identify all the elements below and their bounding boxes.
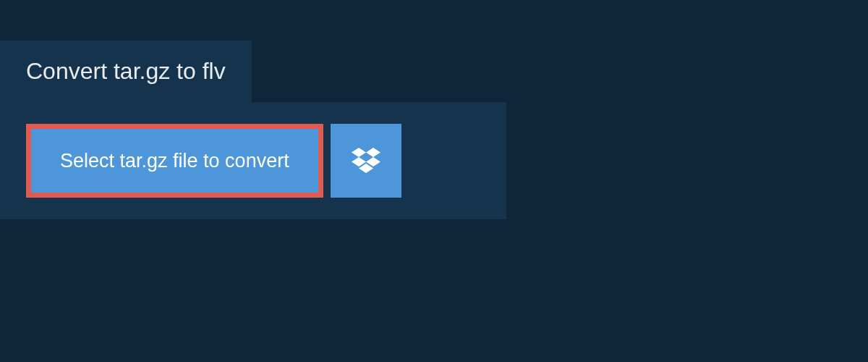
button-row: Select tar.gz file to convert: [26, 124, 480, 198]
dropbox-button[interactable]: [331, 124, 401, 198]
select-file-button[interactable]: Select tar.gz file to convert: [26, 124, 323, 198]
dropbox-icon: [352, 148, 380, 174]
upload-panel: Select tar.gz file to convert: [0, 102, 506, 219]
page-title: Convert tar.gz to flv: [26, 58, 226, 84]
page-title-tab: Convert tar.gz to flv: [0, 41, 252, 102]
select-file-label: Select tar.gz file to convert: [60, 150, 289, 172]
